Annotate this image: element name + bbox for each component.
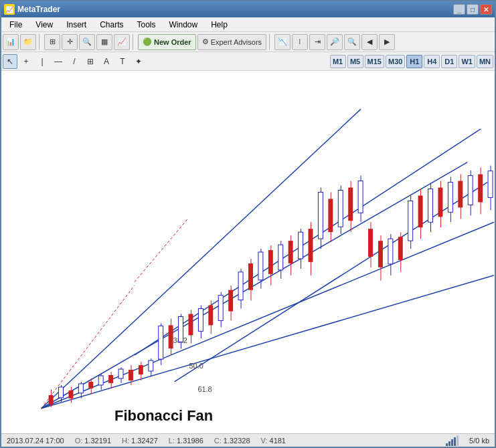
menu-view[interactable]: View [30, 19, 58, 31]
toolbar-sep-3 [269, 34, 272, 50]
period-icon: ⁞ [299, 37, 301, 46]
chart-area[interactable]: 38.2 50.0 61.8 Fibonacci Fan [1, 71, 495, 433]
svg-rect-92 [438, 188, 442, 217]
close-button[interactable]: ✕ [480, 4, 492, 15]
svg-rect-44 [198, 309, 203, 332]
history-button[interactable]: ◀ [361, 34, 378, 50]
svg-rect-38 [169, 325, 173, 348]
status-bar: 2013.07.24 17:00 O: 1.32191 H: 1.32427 L… [1, 433, 495, 447]
new-chart-button[interactable]: 📊 [3, 34, 19, 50]
menu-help[interactable]: Help [205, 19, 233, 31]
tf-w1[interactable]: W1 [459, 55, 475, 68]
period-separators-button[interactable]: ⁞ [292, 34, 308, 50]
svg-rect-88 [418, 195, 423, 227]
status-close-label: C: [214, 437, 222, 445]
forward-button[interactable]: ▶ [379, 34, 395, 50]
toolbar-drawing: ↖ + | — / ⊞ A T ✦ M1 M5 M15 M30 H1 H4 D1… [1, 52, 495, 71]
profiles-icon: ⊞ [50, 37, 56, 46]
tf-m15[interactable]: M15 [365, 55, 384, 68]
bar-seg-5 [457, 435, 459, 446]
tf-d1[interactable]: D1 [441, 55, 457, 68]
svg-rect-102 [488, 171, 493, 198]
svg-text:61.8: 61.8 [197, 385, 212, 393]
status-open-value: 1.32191 [84, 437, 111, 445]
svg-rect-50 [228, 290, 233, 312]
svg-rect-74 [348, 188, 353, 221]
minimize-button[interactable]: _ [453, 4, 465, 15]
autoscroll-icon: 🔎 [330, 37, 339, 46]
signal-strength-indicator [446, 435, 459, 446]
svg-rect-96 [458, 181, 463, 208]
forward-icon: ▶ [384, 37, 390, 46]
new-order-button[interactable]: 🟢 New Order [138, 34, 196, 50]
tf-m30[interactable]: M30 [386, 55, 405, 68]
status-high-value: 1.32427 [131, 437, 158, 445]
trendline-button[interactable]: / [67, 54, 82, 69]
svg-rect-76 [358, 181, 363, 213]
svg-rect-46 [208, 306, 213, 326]
textlabel-button[interactable]: T [115, 54, 130, 69]
zoom-in-button[interactable]: 🔍 [79, 34, 95, 50]
svg-rect-16 [59, 387, 64, 398]
tf-mn[interactable]: MN [477, 55, 493, 68]
status-open: O: 1.32191 [75, 437, 111, 445]
toolbar-sep-2 [133, 34, 135, 50]
title-bar-left: 📈 MetaTrader [4, 4, 60, 15]
horizontal-line-button[interactable]: — [51, 54, 66, 69]
svg-rect-52 [238, 272, 243, 300]
svg-text:Fibonacci Fan: Fibonacci Fan [114, 407, 213, 424]
status-low: L: 1.31986 [169, 437, 203, 445]
zoom-in-icon: 🔍 [82, 37, 92, 46]
zoom-out-button[interactable]: 🔍 [344, 34, 360, 50]
svg-rect-48 [218, 296, 223, 321]
svg-rect-70 [328, 199, 333, 232]
vertical-line-button[interactable]: | [35, 54, 50, 69]
crosshair-tool-button[interactable]: + [19, 54, 33, 69]
menu-insert[interactable]: Insert [61, 19, 92, 31]
expert-advisors-button[interactable]: ⚙ Expert Advisors [197, 34, 266, 50]
status-volume-value: 4181 [270, 437, 286, 445]
svg-rect-40 [179, 316, 183, 342]
tf-h4[interactable]: H4 [424, 55, 440, 68]
arrows-button[interactable]: ✦ [131, 54, 146, 69]
open-button[interactable]: 📁 [20, 34, 36, 50]
svg-rect-34 [149, 360, 153, 371]
svg-rect-30 [129, 370, 133, 380]
tf-h1[interactable]: H1 [406, 55, 422, 68]
text-button[interactable]: A [99, 54, 114, 69]
tf-m5[interactable]: M5 [347, 55, 363, 68]
svg-rect-36 [159, 326, 163, 359]
menu-file[interactable]: File [4, 19, 27, 31]
svg-rect-28 [118, 369, 123, 378]
select-tool-button[interactable]: ↖ [3, 54, 17, 69]
svg-rect-100 [478, 175, 483, 203]
menu-tools[interactable]: Tools [132, 19, 161, 31]
svg-rect-14 [49, 395, 54, 405]
order-icon: 🟢 [143, 37, 152, 46]
menu-charts[interactable]: Charts [94, 19, 129, 31]
status-open-label: O: [75, 437, 83, 445]
window-title: MetaTrader [17, 5, 60, 14]
tf-m1[interactable]: M1 [330, 55, 346, 68]
status-date: 2013.07.24 17:00 [7, 437, 64, 445]
shift-button[interactable]: ⇥ [309, 34, 325, 50]
svg-rect-56 [258, 252, 263, 280]
svg-text:50.0: 50.0 [189, 362, 203, 370]
indicators-button[interactable]: 📉 [274, 34, 291, 50]
ea-icon: ⚙ [202, 37, 209, 46]
bar-seg-4 [454, 437, 456, 446]
channel-button[interactable]: ⊞ [83, 54, 98, 69]
chart-type-button[interactable]: ▦ [96, 34, 112, 50]
status-close: C: 1.32328 [214, 437, 250, 445]
candles-button[interactable]: 📈 [114, 34, 130, 50]
menu-bar: File View Insert Charts Tools Window Hel… [1, 17, 495, 32]
maximize-button[interactable]: □ [467, 4, 479, 15]
chart-type-icon: ▦ [101, 37, 108, 46]
menu-window[interactable]: Window [164, 19, 203, 31]
bar-seg-2 [448, 441, 450, 446]
crosshair-button[interactable]: ✛ [62, 34, 78, 50]
svg-rect-24 [98, 376, 103, 385]
profiles-button[interactable]: ⊞ [44, 34, 60, 50]
autoscroll-button[interactable]: 🔎 [327, 34, 343, 50]
crosshair-icon: ✛ [67, 37, 73, 46]
